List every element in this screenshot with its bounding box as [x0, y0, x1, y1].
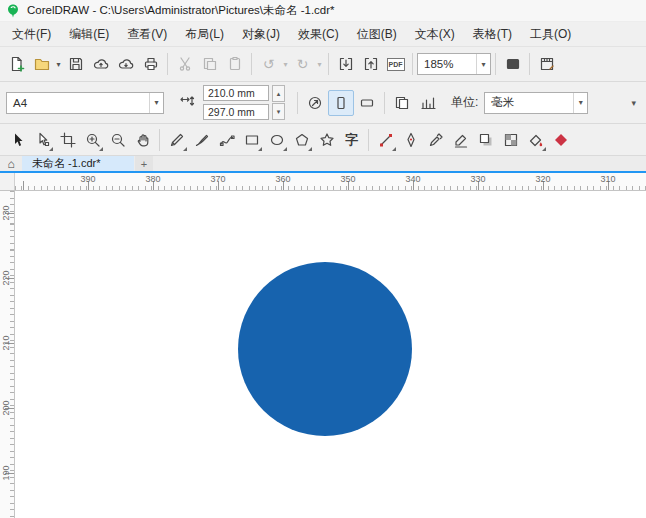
page-height-field[interactable]: 297.0 mm: [203, 104, 269, 120]
menu-view[interactable]: 查看(V): [118, 22, 176, 46]
toolbar-separator: [529, 53, 530, 75]
page-dimensions-icon: [174, 90, 200, 116]
pen-tool[interactable]: [398, 127, 423, 153]
save-to-cloud-button[interactable]: [113, 52, 138, 77]
dimension-spinner-up[interactable]: ▴: [272, 85, 285, 102]
eyedropper-tool[interactable]: [423, 127, 448, 153]
property-bar: A4 ▾ 210.0 mm 297.0 mm ▴ ▾: [0, 82, 646, 124]
propbar-separator: [384, 92, 385, 114]
artistic-media-tool[interactable]: [189, 127, 214, 153]
bspline-tool[interactable]: [214, 127, 239, 153]
ruler-origin-corner[interactable]: [0, 173, 15, 190]
toolbox-separator: [159, 129, 160, 151]
fullscreen-preview-button[interactable]: [500, 52, 525, 77]
hruler-label: 320: [535, 174, 550, 184]
home-tab-button[interactable]: ⌂: [0, 156, 22, 171]
drawn-circle[interactable]: [238, 262, 412, 436]
coreldraw-window: CorelDRAW - C:\Users\Administrator\Pictu…: [0, 0, 646, 518]
page-size-dropdown-icon[interactable]: ▾: [149, 93, 163, 113]
redo-dropdown-icon: ▾: [315, 60, 324, 69]
common-shapes-tool[interactable]: [314, 127, 339, 153]
menu-table[interactable]: 表格(T): [464, 22, 521, 46]
hruler-label: 350: [340, 174, 355, 184]
export-button[interactable]: [358, 52, 383, 77]
print-button[interactable]: [138, 52, 163, 77]
two-point-line-tool[interactable]: [373, 127, 398, 153]
vruler-label: 230: [0, 202, 12, 224]
freehand-tool[interactable]: [164, 127, 189, 153]
copy-button: [197, 52, 222, 77]
coreldraw-logo-icon[interactable]: [5, 3, 21, 19]
units-label: 单位:: [451, 94, 478, 111]
zoom-level-combobox[interactable]: 185% ▾: [417, 53, 491, 75]
hruler-label: 370: [210, 174, 225, 184]
menu-file[interactable]: 文件(F): [3, 22, 60, 46]
hruler-label: 310: [600, 174, 615, 184]
menu-object[interactable]: 对象(J): [233, 22, 289, 46]
pan-tool[interactable]: [130, 127, 155, 153]
portrait-orientation-button[interactable]: [328, 90, 354, 116]
menu-tools[interactable]: 工具(O): [521, 22, 580, 46]
vruler-label: 210: [0, 332, 12, 354]
page-dimensions-group: 210.0 mm 297.0 mm ▴ ▾: [174, 85, 285, 120]
zoom-dropdown-icon[interactable]: ▾: [476, 54, 490, 74]
new-document-button[interactable]: [4, 52, 29, 77]
landscape-orientation-button[interactable]: [354, 90, 380, 116]
transparency-tool[interactable]: [498, 127, 523, 153]
zoom-out-tool[interactable]: [105, 127, 130, 153]
smart-fill-tool[interactable]: [548, 127, 573, 153]
outline-pen-tool[interactable]: [448, 127, 473, 153]
pdf-icon: PDF: [387, 58, 405, 71]
polygon-tool[interactable]: [289, 127, 314, 153]
document-tab-active[interactable]: 未命名 -1.cdr*: [22, 156, 134, 171]
page-width-field[interactable]: 210.0 mm: [203, 85, 269, 101]
drawing-canvas[interactable]: [15, 191, 646, 518]
publish-pdf-button[interactable]: PDF: [383, 52, 408, 77]
drop-shadow-tool[interactable]: [473, 127, 498, 153]
crop-tool[interactable]: [55, 127, 80, 153]
vertical-ruler[interactable]: 230 220 210 200 190: [0, 191, 15, 518]
menu-text[interactable]: 文本(X): [406, 22, 464, 46]
units-value: 毫米: [485, 95, 573, 110]
open-from-cloud-button[interactable]: [88, 52, 113, 77]
shape-tool[interactable]: [30, 127, 55, 153]
zoom-in-tool[interactable]: [80, 127, 105, 153]
open-dropdown-icon[interactable]: ▾: [54, 60, 63, 69]
horizontal-ruler[interactable]: 390 380 370 360 350 340 330 320 310: [0, 173, 646, 191]
toolbar-separator: [495, 53, 496, 75]
toolbox: 字: [0, 124, 646, 156]
apply-to-current-page-button[interactable]: [415, 90, 441, 116]
menu-edit[interactable]: 编辑(E): [60, 22, 118, 46]
menu-effects[interactable]: 效果(C): [289, 22, 348, 46]
propbar-separator: [297, 92, 298, 114]
text-tool[interactable]: 字: [339, 127, 364, 153]
menu-bitmaps[interactable]: 位图(B): [348, 22, 406, 46]
hruler-label: 390: [80, 174, 95, 184]
window-title: CorelDRAW - C:\Users\Administrator\Pictu…: [27, 3, 335, 18]
undo-button: ↺: [256, 52, 281, 77]
interactive-fill-tool[interactable]: [523, 127, 548, 153]
toolbar-separator: [251, 53, 252, 75]
toolbar-separator: [328, 53, 329, 75]
vruler-label: 200: [0, 397, 12, 419]
units-combobox[interactable]: 毫米 ▾: [484, 92, 588, 114]
menu-layout[interactable]: 布局(L): [176, 22, 233, 46]
dimension-spinner-down[interactable]: ▾: [272, 103, 285, 120]
units-dropdown-icon[interactable]: ▾: [573, 93, 587, 113]
page-size-combobox[interactable]: A4 ▾: [6, 92, 164, 114]
rectangle-tool[interactable]: [239, 127, 264, 153]
autofit-page-button[interactable]: [302, 90, 328, 116]
open-document-button[interactable]: [29, 52, 54, 77]
import-button[interactable]: [333, 52, 358, 77]
pick-tool[interactable]: [5, 127, 30, 153]
propbar-overflow-icon[interactable]: ▾: [627, 98, 640, 108]
hruler-label: 340: [405, 174, 420, 184]
save-button[interactable]: [63, 52, 88, 77]
ellipse-tool[interactable]: [264, 127, 289, 153]
hruler-label: 380: [145, 174, 160, 184]
new-tab-button[interactable]: +: [135, 156, 153, 171]
apply-to-all-pages-button[interactable]: [389, 90, 415, 116]
page-size-value: A4: [7, 97, 149, 109]
show-rulers-button[interactable]: [534, 52, 559, 77]
hruler-major-ticks: [23, 181, 646, 190]
